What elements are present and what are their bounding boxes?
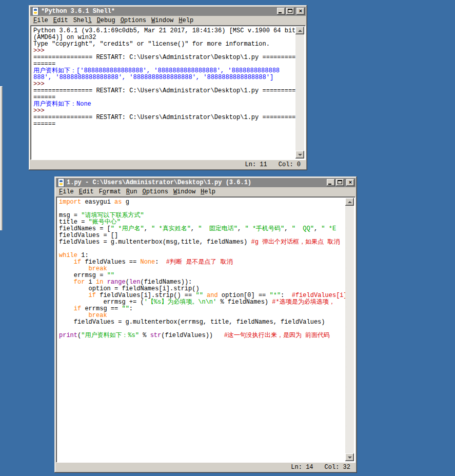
shell-menu-edit[interactable]: Edit: [51, 16, 71, 25]
maximize-button[interactable]: [286, 8, 294, 15]
minimize-icon: [279, 12, 282, 13]
code-line: Type "copyright", "credits" or "license(…: [33, 41, 294, 48]
maximize-icon: [338, 180, 342, 184]
shell-menu-bar: FileEditShellDebugOptionsWindowHelp: [30, 16, 306, 25]
shell-menu-options[interactable]: Options: [118, 16, 149, 25]
minimize-button[interactable]: [277, 8, 285, 15]
maximize-icon: [288, 9, 292, 13]
code-line: ================ RESTART: C:\Users\Admin…: [33, 114, 294, 121]
shell-vertical-scrollbar[interactable]: [295, 27, 304, 158]
editor-window-title: 1.py - C:\Users\Administrator\Desktop\1.…: [67, 178, 325, 187]
maximize-button[interactable]: [336, 179, 344, 186]
scrollbar-track[interactable]: [295, 34, 304, 151]
shell-title-bar[interactable]: *Python 3.6.1 Shell* ×: [30, 7, 306, 16]
shell-menu-file[interactable]: File: [31, 16, 51, 25]
code-line: ======: [33, 121, 294, 128]
code-line: fieldValues = g.multenterbox(errmsg, tit…: [59, 319, 344, 326]
editor-status-bar: Ln: 14 Col: 32: [56, 463, 355, 471]
code-line: ================ RESTART: C:\Users\Admin…: [33, 88, 294, 94]
desktop[interactable]: { "colors": { "desktop_background": "#3A…: [0, 0, 455, 476]
arrow-up-icon: [348, 201, 352, 203]
close-icon: ×: [296, 8, 305, 15]
partial-window-edge: [0, 86, 3, 230]
code-line: print("用户资料如下：%s" % str(fieldValues)) #这…: [59, 332, 344, 339]
shell-menu-help[interactable]: Help: [176, 16, 196, 25]
shell-window: *Python 3.6.1 Shell* × FileEditShellDebu…: [29, 5, 307, 170]
scroll-down-button[interactable]: [345, 453, 354, 461]
close-button[interactable]: ×: [346, 179, 354, 186]
editor-menu-file[interactable]: File: [56, 188, 76, 196]
minimize-button[interactable]: [327, 179, 335, 186]
shell-status-bar: Ln: 11 Col: 0: [30, 160, 306, 169]
shell-menu-debug[interactable]: Debug: [94, 16, 118, 25]
editor-menu-options[interactable]: Options: [140, 188, 170, 196]
scroll-up-button[interactable]: [345, 198, 354, 206]
python-icon: [31, 7, 39, 15]
code-line: ================ RESTART: C:\Users\Admin…: [33, 54, 294, 61]
close-icon: ×: [346, 179, 354, 186]
python-icon: [57, 179, 65, 187]
code-line: 888', '8888888888888888', '8888888888888…: [33, 74, 294, 81]
column-indicator: Col: 0: [279, 161, 301, 168]
editor-menu-help[interactable]: Help: [198, 188, 218, 196]
code-line: fieldValues = g.multenterbox(msg,title, …: [59, 239, 344, 246]
scroll-down-button[interactable]: [295, 151, 304, 158]
line-indicator: Ln: 14: [291, 464, 313, 471]
shell-text-area[interactable]: Python 3.6.1 (v3.6.1:69c0db5, Mar 21 201…: [30, 25, 306, 160]
editor-menu-window[interactable]: Window: [171, 188, 198, 196]
minimize-icon: [328, 184, 331, 185]
shell-window-title: *Python 3.6.1 Shell*: [41, 7, 275, 16]
editor-menu-format[interactable]: Format: [96, 188, 124, 196]
scroll-up-button[interactable]: [295, 27, 304, 34]
arrow-up-icon: [298, 30, 302, 32]
editor-vertical-scrollbar[interactable]: [345, 198, 354, 461]
editor-menu-run[interactable]: Run: [124, 188, 140, 196]
editor-window: 1.py - C:\Users\Administrator\Desktop\1.…: [54, 176, 357, 473]
shell-menu-window[interactable]: Window: [149, 16, 176, 25]
editor-title-bar[interactable]: 1.py - C:\Users\Administrator\Desktop\1.…: [56, 178, 355, 187]
scrollbar-track[interactable]: [345, 206, 354, 453]
column-indicator: Col: 32: [325, 464, 350, 471]
shell-output[interactable]: Python 3.6.1 (v3.6.1:69c0db5, Mar 21 201…: [32, 27, 295, 158]
editor-code[interactable]: import easygui as g msg = "请填写以下联系方式"tit…: [57, 198, 345, 461]
close-button[interactable]: ×: [296, 8, 305, 15]
arrow-down-icon: [298, 154, 302, 156]
shell-menu-shell[interactable]: Shell: [71, 16, 94, 25]
code-line: 用户资料如下：None: [33, 101, 294, 108]
editor-menu-edit[interactable]: Edit: [76, 188, 96, 196]
line-indicator: Ln: 11: [245, 161, 267, 168]
code-line: [59, 246, 344, 252]
arrow-down-icon: [348, 457, 352, 459]
code-line: import easygui as g: [59, 199, 344, 206]
editor-text-area[interactable]: import easygui as g msg = "请填写以下联系方式"tit…: [56, 196, 355, 463]
editor-menu-bar: FileEditFormatRunOptionsWindowHelp: [56, 187, 355, 196]
